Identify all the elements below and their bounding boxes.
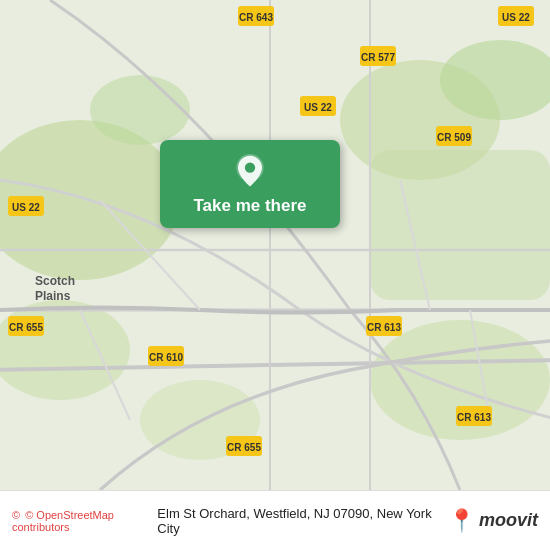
svg-text:US 22: US 22 <box>12 202 40 213</box>
svg-text:CR 655: CR 655 <box>227 442 261 453</box>
moovit-pin-icon: 📍 <box>448 508 475 534</box>
svg-text:Plains: Plains <box>35 289 71 303</box>
svg-text:CR 643: CR 643 <box>239 12 273 23</box>
bottom-bar: © © OpenStreetMap contributors Elm St Or… <box>0 490 550 550</box>
svg-text:CR 577: CR 577 <box>361 52 395 63</box>
svg-text:US 22: US 22 <box>502 12 530 23</box>
map-svg: CR 643 US 22 CR 577 US 22 US 22 CR 509 C… <box>0 0 550 490</box>
map-container: CR 643 US 22 CR 577 US 22 US 22 CR 509 C… <box>0 0 550 490</box>
svg-point-8 <box>90 75 190 145</box>
svg-text:US 22: US 22 <box>304 102 332 113</box>
address: Elm St Orchard, Westfield, NJ 07090, <box>157 506 373 521</box>
moovit-brand-text: moovit <box>479 510 538 531</box>
copyright-symbol: © <box>12 509 20 521</box>
osm-text: © OpenStreetMap contributors <box>12 509 114 533</box>
svg-rect-3 <box>370 150 550 300</box>
location-pin-icon <box>232 154 268 190</box>
svg-text:CR 610: CR 610 <box>149 352 183 363</box>
svg-text:CR 655: CR 655 <box>9 322 43 333</box>
osm-credit: © © OpenStreetMap contributors <box>12 509 157 533</box>
svg-text:Scotch: Scotch <box>35 274 75 288</box>
svg-text:CR 613: CR 613 <box>457 412 491 423</box>
moovit-logo: 📍 moovit <box>448 508 538 534</box>
address-text: Elm St Orchard, Westfield, NJ 07090, New… <box>157 506 448 536</box>
button-label: Take me there <box>193 196 306 216</box>
svg-text:CR 613: CR 613 <box>367 322 401 333</box>
take-me-there-button[interactable]: Take me there <box>160 140 340 228</box>
svg-point-43 <box>245 163 255 173</box>
svg-text:CR 509: CR 509 <box>437 132 471 143</box>
